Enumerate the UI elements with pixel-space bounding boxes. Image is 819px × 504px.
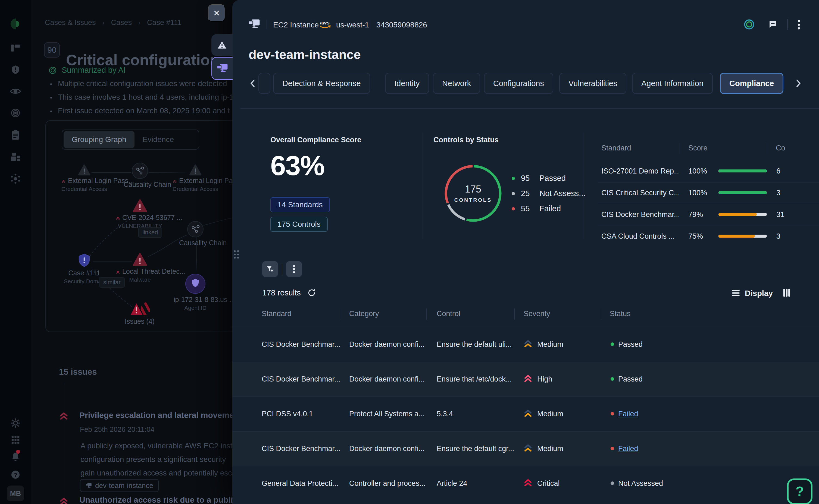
divider: [787, 19, 788, 30]
sidebar-item-shield-alert-icon[interactable]: [10, 64, 21, 75]
sidebar-item-cluster-icon[interactable]: [10, 173, 21, 185]
causality-chain-icon: [131, 162, 149, 179]
tab-identity[interactable]: Identity: [385, 73, 429, 94]
score-bar: [719, 235, 767, 238]
table-row[interactable]: CIS Docker Benchmar... Docker daemon con…: [232, 362, 819, 396]
graph-node-external-login-1[interactable]: External Login Pass... Credential Access: [61, 164, 107, 192]
divider: [313, 20, 313, 29]
chat-icon: [768, 20, 777, 29]
case-score-badge: 90: [44, 42, 60, 58]
table-row[interactable]: General Data Protecti... Controller and …: [232, 466, 819, 501]
graph-node-causality-chain-1[interactable]: Causality Chain: [124, 162, 156, 188]
sidebar-item-dashboard-icon[interactable]: [10, 42, 21, 54]
panel-menu-button[interactable]: [797, 20, 801, 31]
settings-gear-icon[interactable]: [10, 417, 21, 429]
status-dot: [611, 377, 614, 381]
edge-label-similar: similar: [99, 277, 125, 288]
toggle-grouping-graph[interactable]: Grouping Graph: [64, 131, 134, 148]
comments-button[interactable]: [768, 20, 777, 30]
col-category[interactable]: Category: [349, 310, 379, 318]
col-control[interactable]: Control: [437, 310, 460, 318]
legend-item-not-assessed: 25 Not Assess...: [512, 189, 586, 198]
tab-vulnerabilities[interactable]: Vulnerabilities: [559, 73, 626, 94]
issue-title[interactable]: Unauthorized access risk due to a public…: [79, 495, 253, 504]
toggle-evidence[interactable]: Evidence: [134, 131, 182, 148]
asset-region-label: us-west-1: [336, 21, 369, 29]
notifications-bell-icon[interactable]: [10, 451, 21, 463]
legend-dot: [512, 192, 515, 195]
warning-triangle-icon: [217, 40, 227, 50]
chevron-right-icon: [796, 79, 802, 87]
severity-icon: [523, 339, 533, 349]
filter-button[interactable]: [262, 261, 278, 277]
controls-count-badge[interactable]: 175 Controls: [270, 217, 328, 232]
aws-logo: aws: [319, 19, 332, 30]
breadcrumb-cases[interactable]: Cases: [111, 18, 132, 27]
close-panel-button[interactable]: ✕: [208, 4, 225, 22]
ai-scan-button[interactable]: [743, 18, 755, 31]
donut-center-label: CONTROLS: [454, 197, 492, 203]
graph-node-causality-chain-2[interactable]: Causality Chain: [179, 221, 212, 247]
graph-node-agent-ip[interactable]: ip-172-31-8-83.us-... Agent ID: [174, 273, 217, 311]
table-row[interactable]: CIS Docker Benchmar... Docker daemon con…: [232, 327, 819, 362]
table-options-button[interactable]: [286, 261, 302, 277]
issue-title[interactable]: Privilege escalation and lateral movemen…: [79, 411, 253, 420]
instance-monitor-icon: [85, 483, 92, 488]
status-failed-link[interactable]: Failed: [618, 410, 638, 418]
standards-count-badge[interactable]: 14 Standards: [270, 197, 330, 212]
table-row[interactable]: PCI DSS v4.0.1 Protect All Systems a... …: [232, 396, 819, 431]
apps-grid-icon[interactable]: [10, 434, 21, 446]
display-label[interactable]: Display: [745, 289, 773, 298]
sidebar-item-eye-icon[interactable]: [10, 85, 21, 97]
divider: [598, 226, 819, 226]
tab-clipped[interactable]: [258, 73, 270, 94]
sidebar-item-clipboard-icon[interactable]: [10, 129, 21, 141]
panel-edge-tab-alerts[interactable]: [211, 34, 233, 56]
tab-detection-response[interactable]: Detection & Response: [273, 73, 370, 94]
status-failed-link[interactable]: Failed: [618, 445, 638, 453]
status-label: Passed: [618, 340, 643, 349]
user-avatar[interactable]: MB: [7, 486, 24, 501]
sidebar-item-target-icon[interactable]: [10, 107, 21, 119]
panel-edge-tab-asset[interactable]: [211, 57, 233, 80]
divider: [423, 133, 423, 239]
table-row[interactable]: CIS Docker Benchmar... Docker daemon con…: [232, 431, 819, 466]
severity-icon: [523, 478, 533, 489]
display-button[interactable]: [732, 289, 740, 298]
standards-col-standard: Standard: [601, 144, 631, 152]
panel-resize-handle[interactable]: [234, 250, 239, 259]
col-standard[interactable]: Standard: [262, 310, 291, 318]
breadcrumb-separator: ›: [102, 19, 105, 27]
col-severity[interactable]: Severity: [524, 310, 550, 318]
score-bar: [719, 169, 767, 172]
divider: [240, 108, 819, 109]
issue-timestamp: Feb 25th 2026 20:11:04: [80, 425, 154, 434]
graph-node-external-login-2[interactable]: External Login Pass... Credential Access: [172, 164, 218, 192]
tab-network[interactable]: Network: [433, 73, 480, 94]
sidebar-item-blocks-icon[interactable]: [10, 151, 21, 163]
refresh-button[interactable]: [307, 288, 316, 298]
columns-button[interactable]: [783, 288, 790, 298]
graph-node-issues-group[interactable]: Issues (4): [122, 301, 157, 325]
breadcrumb-cases-issues[interactable]: Cases & Issues: [45, 18, 96, 27]
breadcrumb-case-111[interactable]: Case #111: [147, 18, 181, 27]
brand-logo[interactable]: [10, 18, 21, 30]
help-icon[interactable]: ?: [10, 469, 21, 481]
chevron-left-icon: [249, 79, 255, 87]
donut-center-value: 175: [454, 184, 492, 195]
severity-icon: [523, 408, 533, 419]
tabs-scroll-left[interactable]: [246, 77, 258, 90]
summary-bullet: First issue detected on March 08, 2025 1…: [50, 106, 257, 115]
warning-triangle-icon: [189, 164, 202, 176]
kebab-menu-icon: [292, 265, 296, 273]
severity-icon: [523, 373, 533, 384]
tab-configurations[interactable]: Configurations: [484, 73, 553, 94]
tab-agent-information[interactable]: Agent Information: [632, 73, 713, 94]
col-status[interactable]: Status: [610, 310, 631, 318]
critical-severity-icon: [58, 411, 69, 421]
tabs-scroll-right[interactable]: [793, 77, 805, 90]
tab-compliance[interactable]: Compliance: [720, 73, 783, 94]
asset-chip[interactable]: dev-team-instance: [80, 479, 159, 492]
graph-node-cve[interactable]: CVE-2024-53677 ... VULNERABILITY: [115, 199, 164, 229]
graph-node-case-111[interactable]: Case #111 Security Domain: [64, 253, 105, 285]
